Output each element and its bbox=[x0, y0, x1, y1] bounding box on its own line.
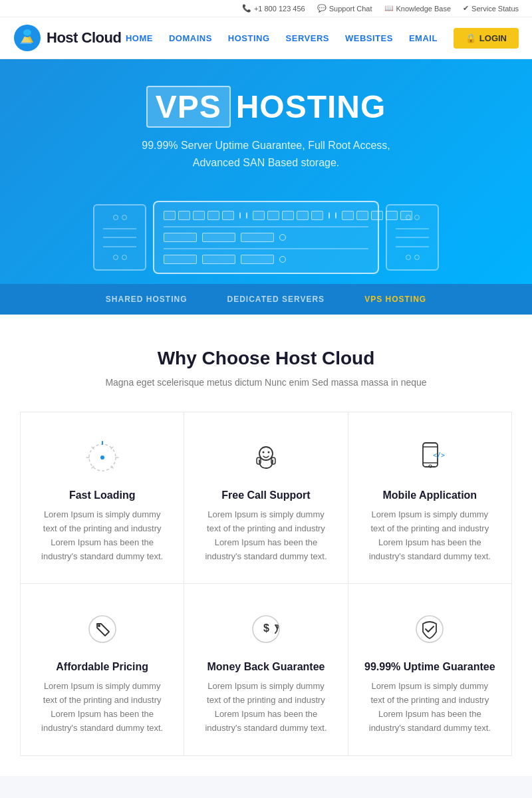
main-header: Host Cloud HOME DOMAINS HOSTING SERVERS … bbox=[0, 17, 532, 59]
headset-icon bbox=[245, 436, 287, 479]
why-title: Why Choose Host Cloud bbox=[20, 348, 512, 369]
nav-domains[interactable]: DOMAINS bbox=[169, 33, 212, 43]
feature-pricing-desc: Lorem Ipsum is simply dummy text of the … bbox=[37, 680, 168, 735]
nav-email[interactable]: EMAIL bbox=[409, 33, 438, 43]
feature-fast-loading: Fast Loading Lorem Ipsum is simply dummy… bbox=[21, 412, 184, 584]
feature-call-support: Free Call Support Lorem Ipsum is simply … bbox=[184, 412, 348, 584]
feature-uptime-desc: Lorem Ipsum is simply dummy text of the … bbox=[364, 680, 495, 735]
chat-text: Support Chat bbox=[329, 5, 372, 13]
why-section: Why Choose Host Cloud Magna eget sceleri… bbox=[0, 315, 532, 775]
svg-text:$: $ bbox=[263, 622, 269, 634]
feature-uptime-title: 99.99% Uptime Guarantee bbox=[364, 661, 495, 673]
feature-money-back-title: Money Back Guarantee bbox=[200, 661, 331, 673]
hero-vps: VPS bbox=[146, 86, 231, 128]
pricing-section: Get your business online today 99% uptim… bbox=[0, 776, 532, 798]
feature-call-support-title: Free Call Support bbox=[200, 489, 331, 501]
tab-vps-hosting[interactable]: VPS HOSTING bbox=[364, 295, 426, 304]
knowledge-item[interactable]: 📖 Knowledge Base bbox=[384, 4, 452, 13]
logo-icon bbox=[13, 24, 41, 52]
feature-pricing-title: Affordable Pricing bbox=[37, 661, 168, 673]
hero-title: VPSHOSTING bbox=[0, 86, 532, 128]
svg-point-15 bbox=[262, 452, 264, 454]
feature-mobile-app-desc: Lorem Ipsum is simply dummy text of the … bbox=[364, 508, 495, 563]
nav-websites[interactable]: WEBSITES bbox=[345, 33, 393, 43]
feature-pricing: Affordable Pricing Lorem Ipsum is simply… bbox=[21, 584, 184, 755]
login-button[interactable]: 🔒 LOGIN bbox=[454, 28, 519, 49]
nav-servers[interactable]: SERVERS bbox=[286, 33, 329, 43]
svg-text:</>: </> bbox=[433, 452, 445, 459]
why-subtitle: Magna eget scelerisque metus dictum Nunc… bbox=[20, 377, 512, 388]
lock-icon: 🔒 bbox=[466, 33, 476, 43]
svg-point-24 bbox=[89, 616, 116, 642]
features-grid: Fast Loading Lorem Ipsum is simply dummy… bbox=[20, 412, 512, 755]
feature-uptime: 99.99% Uptime Guarantee Lorem Ipsum is s… bbox=[348, 584, 512, 755]
tag-icon bbox=[81, 608, 124, 650]
feature-fast-loading-title: Fast Loading bbox=[37, 489, 168, 501]
mobile-icon: </> bbox=[408, 436, 451, 479]
knowledge-text: Knowledge Base bbox=[396, 5, 452, 13]
top-bar: 📞 +1 800 123 456 💬 Support Chat 📖 Knowle… bbox=[0, 0, 532, 17]
tab-shared-hosting[interactable]: SHARED HOSTING bbox=[106, 295, 188, 304]
hero-section: VPSHOSTING 99.99% Server Uptime Guarante… bbox=[0, 59, 532, 315]
svg-rect-17 bbox=[257, 458, 261, 464]
feature-call-support-desc: Lorem Ipsum is simply dummy text of the … bbox=[200, 508, 331, 563]
feature-fast-loading-desc: Lorem Ipsum is simply dummy text of the … bbox=[37, 508, 168, 563]
shield-check-icon bbox=[408, 608, 451, 650]
phone-text: +1 800 123 456 bbox=[254, 5, 305, 13]
speed-icon bbox=[81, 436, 124, 479]
status-icon: ✔ bbox=[463, 4, 469, 13]
chat-icon: 💬 bbox=[317, 4, 327, 13]
knowledge-icon: 📖 bbox=[384, 4, 394, 13]
svg-point-16 bbox=[267, 452, 269, 454]
phone-icon: 📞 bbox=[242, 4, 251, 13]
svg-rect-18 bbox=[271, 458, 275, 464]
server-side-left bbox=[93, 204, 146, 271]
hero-tabs: SHARED HOSTING DEDICATED SERVERS VPS HOS… bbox=[0, 284, 532, 315]
main-nav: HOME DOMAINS HOSTING SERVERS WEBSITES EM… bbox=[126, 28, 519, 49]
status-text: Service Status bbox=[471, 5, 519, 13]
server-rack bbox=[153, 201, 379, 274]
status-item[interactable]: ✔ Service Status bbox=[463, 4, 519, 13]
feature-mobile-app-title: Mobile Application bbox=[364, 489, 495, 501]
logo: Host Cloud bbox=[13, 24, 121, 52]
feature-mobile-app: </> Mobile Application Lorem Ipsum is si… bbox=[348, 412, 512, 584]
nav-home[interactable]: HOME bbox=[126, 33, 153, 43]
feature-money-back-desc: Lorem Ipsum is simply dummy text of the … bbox=[200, 680, 331, 735]
tab-dedicated-servers[interactable]: DEDICATED SERVERS bbox=[227, 295, 325, 304]
feature-money-back: $ Money Back Guarantee Lorem Ipsum is si… bbox=[184, 584, 348, 755]
svg-point-13 bbox=[100, 456, 104, 460]
server-illustration bbox=[0, 191, 532, 284]
svg-point-14 bbox=[259, 447, 273, 460]
hero-hosting: HOSTING bbox=[236, 89, 386, 124]
nav-hosting[interactable]: HOSTING bbox=[228, 33, 270, 43]
svg-point-22 bbox=[429, 465, 432, 467]
logo-text: Host Cloud bbox=[47, 29, 121, 47]
money-icon: $ bbox=[245, 608, 287, 650]
svg-point-25 bbox=[98, 624, 100, 627]
hero-subtitle: 99.99% Server Uptime Guarantee, Full Roo… bbox=[0, 137, 532, 171]
svg-point-4 bbox=[23, 29, 31, 36]
chat-item[interactable]: 💬 Support Chat bbox=[317, 4, 372, 13]
phone-item: 📞 +1 800 123 456 bbox=[242, 4, 305, 13]
